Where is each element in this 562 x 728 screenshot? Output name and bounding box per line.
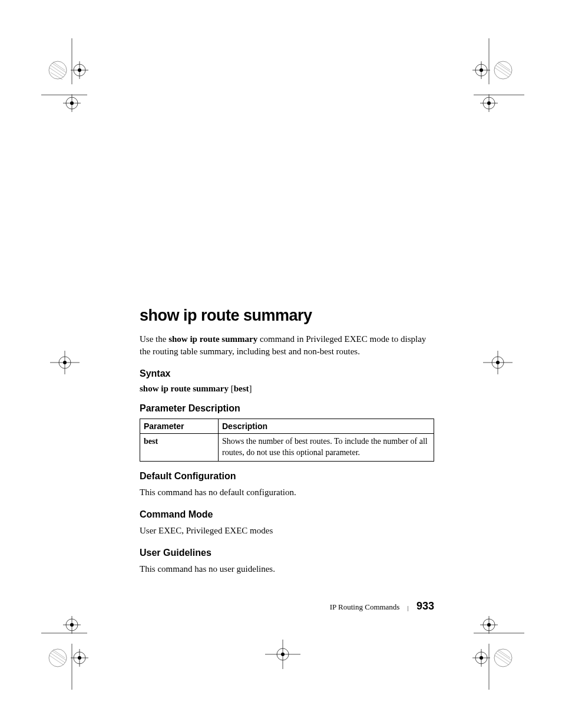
- svg-point-0: [49, 61, 67, 79]
- svg-point-17: [475, 64, 487, 76]
- svg-line-69: [496, 653, 510, 663]
- svg-point-31: [59, 357, 71, 368]
- intro-paragraph: Use the show ip route summary command in…: [140, 333, 434, 358]
- user-guidelines-heading: User Guidelines: [140, 548, 434, 558]
- intro-text-pre: Use the: [140, 334, 168, 344]
- syntax-bracket-close: ]: [249, 384, 252, 393]
- table-cell-param-name: best: [140, 434, 219, 462]
- intro-command-name: show ip route summary: [168, 334, 257, 344]
- svg-line-22: [496, 65, 510, 75]
- svg-line-2: [52, 63, 66, 73]
- crop-mark-mid-right: [477, 351, 518, 374]
- svg-point-12: [66, 97, 78, 109]
- crop-mark-top-left: [41, 38, 100, 121]
- svg-point-68: [494, 649, 512, 667]
- svg-point-55: [281, 653, 285, 656]
- svg-line-5: [51, 73, 62, 80]
- syntax-option-best: best: [234, 384, 249, 393]
- syntax-command: show ip route summary: [140, 384, 229, 393]
- svg-line-71: [495, 655, 509, 665]
- parameter-table: Parameter Description best Shows the num…: [140, 419, 434, 462]
- svg-line-24: [495, 68, 509, 77]
- footer-separator: |: [408, 605, 409, 611]
- crop-mark-top-right: [459, 38, 524, 121]
- user-guidelines-text: This command has no user guidelines.: [140, 563, 434, 575]
- svg-point-27: [483, 97, 495, 109]
- svg-point-8: [78, 68, 81, 72]
- svg-point-40: [70, 623, 74, 627]
- svg-point-58: [483, 619, 495, 631]
- command-mode-text: User EXEC, Privileged EXEC modes: [140, 525, 434, 537]
- page-content: show ip route summary Use the show ip ro…: [140, 307, 434, 586]
- table-header-description: Description: [219, 419, 434, 434]
- svg-line-48: [49, 655, 64, 665]
- command-mode-heading: Command Mode: [140, 509, 434, 520]
- svg-point-54: [277, 648, 289, 660]
- default-configuration-heading: Default Configuration: [140, 471, 434, 482]
- svg-point-65: [480, 656, 483, 660]
- parameter-description-heading: Parameter Description: [140, 403, 434, 414]
- svg-line-47: [52, 651, 66, 660]
- page-footer: IP Routing Commands | 933: [140, 600, 434, 612]
- svg-point-36: [496, 361, 500, 364]
- footer-section-name: IP Routing Commands: [330, 602, 400, 611]
- svg-point-51: [78, 656, 81, 660]
- crop-mark-mid-left: [44, 351, 85, 374]
- svg-point-7: [74, 64, 85, 76]
- table-cell-param-desc: Shows the number of best routes. To incl…: [219, 434, 434, 462]
- svg-line-72: [498, 650, 510, 658]
- syntax-bracket-open: [: [229, 384, 234, 393]
- syntax-heading: Syntax: [140, 368, 434, 379]
- svg-point-28: [487, 101, 491, 105]
- svg-line-70: [497, 651, 511, 660]
- page-title: show ip route summary: [140, 307, 434, 325]
- svg-point-39: [66, 619, 78, 631]
- svg-point-59: [487, 623, 491, 627]
- svg-line-49: [53, 650, 65, 658]
- crop-mark-bottom-left: [41, 607, 100, 690]
- svg-point-45: [49, 649, 67, 667]
- table-row: best Shows the number of best routes. To…: [140, 434, 434, 462]
- svg-line-1: [51, 65, 65, 75]
- svg-point-50: [74, 652, 85, 664]
- default-configuration-text: This command has no default configuratio…: [140, 486, 434, 499]
- svg-line-23: [497, 63, 511, 73]
- svg-line-3: [49, 68, 64, 77]
- svg-point-13: [70, 101, 74, 105]
- crop-mark-bottom-center: [262, 640, 303, 669]
- svg-line-25: [498, 62, 510, 70]
- svg-line-46: [51, 653, 65, 663]
- table-header-row: Parameter Description: [140, 419, 434, 434]
- footer-page-number: 933: [416, 600, 434, 612]
- syntax-line: show ip route summary [best]: [140, 384, 434, 394]
- svg-point-35: [492, 357, 504, 368]
- svg-point-21: [494, 61, 512, 79]
- svg-point-32: [63, 361, 67, 364]
- svg-point-18: [480, 68, 483, 72]
- svg-line-4: [53, 62, 65, 70]
- crop-mark-bottom-right: [459, 607, 524, 690]
- svg-point-64: [475, 652, 487, 664]
- table-header-parameter: Parameter: [140, 419, 219, 434]
